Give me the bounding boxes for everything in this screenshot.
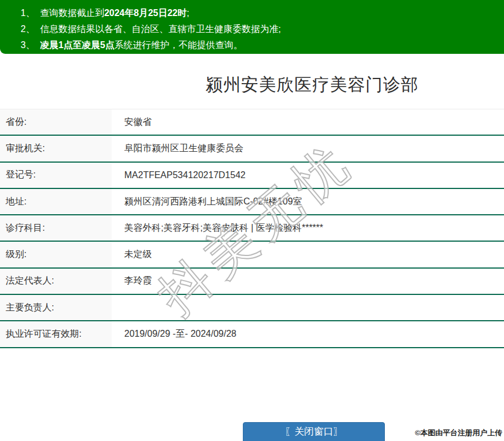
notice-text-bold: 凌晨1点至凌晨5点: [40, 40, 115, 50]
row-value: 颍州区清河西路港利上城国际C-02#楼109室: [112, 196, 504, 208]
table-row: 省份: 安徽省: [0, 109, 504, 136]
row-label: 审批机关:: [0, 136, 112, 161]
table-row: 登记号: MA2TFEAP534120217D1542: [0, 163, 504, 189]
table-row: 级别: 未定级: [0, 242, 504, 268]
table-row: 审批机关: 阜阳市颍州区卫生健康委员会: [0, 136, 504, 162]
notice-number: 3、: [21, 40, 35, 50]
table-row: 执业许可证有效期: 2019/09/29 -至- 2024/09/28: [0, 321, 504, 348]
table-row: 诊疗科目: 美容外科;美容牙科;美容皮肤科 | 医学检验科******: [0, 215, 504, 242]
row-label: 级别:: [0, 242, 112, 267]
row-label: 执业许可证有效期:: [0, 321, 112, 346]
notice-line-2: 2、信息数据结果以各省、自治区、直辖市卫生健康委数据为准;: [21, 21, 504, 37]
row-value: 阜阳市颍州区卫生健康委员会: [112, 143, 504, 155]
notice-text: 查询数据截止到: [40, 8, 104, 18]
row-label: 地址:: [0, 189, 112, 214]
notice-number: 2、: [21, 24, 35, 34]
notice-text: ;: [187, 8, 189, 18]
clinic-title: 颍州安美欣医疗美容门诊部: [206, 75, 419, 94]
notice-number: 1、: [21, 8, 35, 18]
table-row: 法定代表人: 李玲霞: [0, 269, 504, 295]
row-label: 省份:: [0, 109, 112, 135]
notice-text-bold: 2024年8月25日22时: [104, 8, 187, 18]
query-result-page: 1、查询数据截止到2024年8月25日22时; 2、信息数据结果以各省、自治区、…: [0, 0, 504, 441]
row-value: 美容外科;美容牙科;美容皮肤科 | 医学检验科******: [112, 222, 504, 234]
row-value: MA2TFEAP534120217D1542: [112, 170, 504, 180]
row-value: 未定级: [112, 249, 504, 261]
row-label: 主要负责人:: [0, 295, 112, 320]
notice-line-1: 1、查询数据截止到2024年8月25日22时;: [21, 5, 504, 21]
row-label: 法定代表人:: [0, 269, 112, 294]
row-label: 登记号:: [0, 163, 112, 188]
notice-text: 系统进行维护，不能提供查询。: [115, 40, 243, 50]
row-label: 诊疗科目:: [0, 215, 112, 241]
title-row: 颍州安美欣医疗美容门诊部: [0, 73, 504, 97]
copyright-note: ©本图由平台注册用户上传: [415, 428, 502, 438]
row-value: 2019/09/29 -至- 2024/09/28: [112, 328, 504, 340]
close-window-button[interactable]: 〖关闭窗口〗: [243, 422, 385, 441]
table-row: 主要负责人:: [0, 295, 504, 321]
notice-banner: 1、查询数据截止到2024年8月25日22时; 2、信息数据结果以各省、自治区、…: [0, 0, 504, 54]
clinic-info-table: 省份: 安徽省 审批机关: 阜阳市颍州区卫生健康委员会 登记号: MA2TFEA…: [0, 109, 504, 348]
notice-line-3: 3、凌晨1点至凌晨5点系统进行维护，不能提供查询。: [21, 37, 504, 53]
row-value: 安徽省: [112, 116, 504, 128]
table-row: 地址: 颍州区清河西路港利上城国际C-02#楼109室: [0, 189, 504, 215]
row-value: 李玲霞: [112, 275, 504, 287]
notice-text: 信息数据结果以各省、自治区、直辖市卫生健康委数据为准;: [40, 24, 281, 34]
